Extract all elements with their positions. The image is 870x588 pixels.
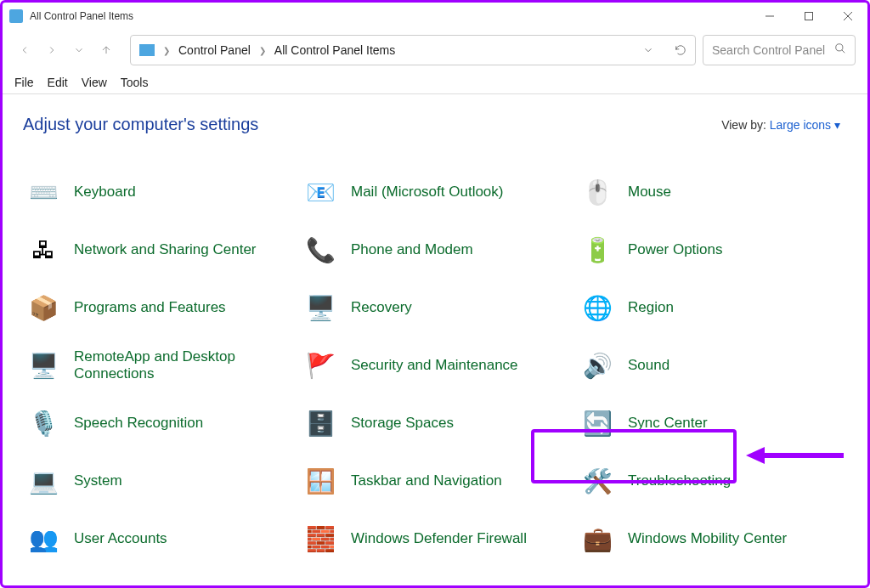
control-panel-icon [139,44,155,56]
menu-bar: File Edit View Tools [3,71,867,94]
item-label: User Accounts [74,530,167,547]
control-panel-item[interactable]: 🖧Network and Sharing Center [23,229,293,271]
item-label: Windows Mobility Center [628,530,787,547]
item-icon: 💻 [26,464,60,498]
address-dropdown-button[interactable] [642,44,654,56]
svg-point-5 [836,44,843,51]
control-panel-item[interactable]: 🖥️Recovery [300,286,570,329]
recent-locations-button[interactable] [69,40,89,60]
item-icon: 🛠️ [580,464,614,498]
control-panel-item[interactable]: 🎙️Speech Recognition [23,402,293,444]
item-label: Keyboard [74,184,136,201]
control-panel-item[interactable]: 💻System [23,460,293,502]
control-panel-item[interactable]: 🪟Taskbar and Navigation [300,460,570,502]
item-icon: 🔄 [580,406,614,440]
search-box[interactable] [703,35,856,65]
chevron-right-icon[interactable]: ❯ [259,46,266,55]
menu-edit[interactable]: Edit [48,76,68,89]
menu-file[interactable]: File [14,76,34,89]
up-button[interactable] [96,40,116,60]
item-label: Speech Recognition [74,415,203,432]
address-bar[interactable]: ❯ Control Panel ❯ All Control Panel Item… [130,35,696,65]
item-icon: 🌐 [580,291,614,325]
menu-view[interactable]: View [82,76,107,89]
item-label: Phone and Modem [351,241,473,258]
control-panel-item[interactable]: 🖥️RemoteApp and Desktop Connections [23,344,293,387]
item-label: RemoteApp and Desktop Connections [74,348,290,383]
svg-line-6 [842,50,845,54]
control-panel-item[interactable]: 👥User Accounts [23,517,293,560]
item-icon: 🖧 [26,233,60,267]
control-panel-item[interactable]: 🌐Region [577,286,847,329]
item-label: Sound [628,357,669,374]
item-label: Network and Sharing Center [74,241,257,258]
back-button[interactable] [14,40,35,60]
control-panel-item[interactable]: 🧱Windows Defender Firewall [300,517,570,560]
maximize-button[interactable] [789,3,828,30]
control-panel-item[interactable]: 📧Mail (Microsoft Outlook) [300,171,570,213]
item-label: Programs and Features [74,299,226,316]
item-icon: 🧱 [303,522,337,556]
control-panel-item[interactable]: 🚩Security and Maintenance [300,344,570,387]
close-button[interactable] [828,3,867,30]
window-controls [750,3,867,30]
forward-button[interactable] [42,40,62,60]
view-by-dropdown[interactable]: Large icons ▾ [770,118,840,132]
chevron-right-icon[interactable]: ❯ [163,46,170,55]
control-panel-item[interactable]: ⚙️Windows Tools [23,575,293,583]
breadcrumb-all-items[interactable]: All Control Panel Items [274,43,395,57]
window-title: All Control Panel Items [30,10,750,22]
item-icon: 🔋 [580,233,614,267]
item-label: Recovery [351,299,412,316]
item-label: Storage Spaces [351,415,454,432]
item-icon: ⌨️ [26,175,60,209]
search-icon [834,42,846,58]
item-label: Region [628,299,674,316]
control-panel-item[interactable]: 📁Work Folders [300,575,570,583]
control-panel-item[interactable]: ⌨️Keyboard [23,171,293,213]
item-label: Sync Center [628,415,708,432]
view-by-label: View by: [721,118,766,132]
item-icon: 🎙️ [26,406,60,440]
item-icon: 🪟 [303,464,337,498]
view-by: View by: Large icons ▾ [721,118,840,132]
item-icon: ⚙️ [26,580,60,583]
item-icon: 🖥️ [26,348,60,382]
control-panel-item[interactable]: 💼Windows Mobility Center [577,517,847,560]
control-panel-item[interactable]: 📦Programs and Features [23,286,293,329]
control-panel-item[interactable]: 🛠️Troubleshooting [577,460,847,502]
item-label: Mail (Microsoft Outlook) [351,184,503,201]
control-panel-item[interactable]: 🖱️Mouse [577,171,847,213]
minimize-button[interactable] [750,3,789,30]
toolbar: ❯ Control Panel ❯ All Control Panel Item… [3,30,867,71]
header: Adjust your computer's settings View by:… [3,94,867,150]
items-grid: ⌨️Keyboard📧Mail (Microsoft Outlook)🖱️Mou… [3,171,867,583]
menu-tools[interactable]: Tools [121,76,149,89]
item-label: Taskbar and Navigation [351,472,502,489]
item-icon: 🖥️ [303,291,337,325]
item-icon: 🖱️ [580,175,614,209]
search-input[interactable] [712,43,834,57]
svg-rect-1 [805,13,813,20]
item-icon: 📁 [303,580,337,583]
control-panel-item[interactable]: 🔄Sync Center [577,402,847,444]
refresh-button[interactable] [675,44,686,56]
control-panel-item[interactable]: 🔊Sound [577,344,847,387]
item-label: Windows Defender Firewall [351,530,527,547]
item-icon: 👥 [26,522,60,556]
control-panel-item[interactable]: 🗄️Storage Spaces [300,402,570,444]
control-panel-item[interactable]: 🔋Power Options [577,229,847,271]
item-label: Security and Maintenance [351,357,518,374]
titlebar: All Control Panel Items [3,3,867,30]
content-area: ⌨️Keyboard📧Mail (Microsoft Outlook)🖱️Mou… [3,171,867,583]
item-label: System [74,472,122,489]
view-by-value: Large icons [770,118,831,132]
item-icon: 💼 [580,522,614,556]
item-label: Mouse [628,184,671,201]
item-icon: 📦 [26,291,60,325]
control-panel-item[interactable]: 📞Phone and Modem [300,229,570,271]
item-label: Troubleshooting [628,472,731,489]
item-icon: 🔊 [580,348,614,382]
page-title: Adjust your computer's settings [23,115,258,134]
breadcrumb-control-panel[interactable]: Control Panel [178,43,251,57]
